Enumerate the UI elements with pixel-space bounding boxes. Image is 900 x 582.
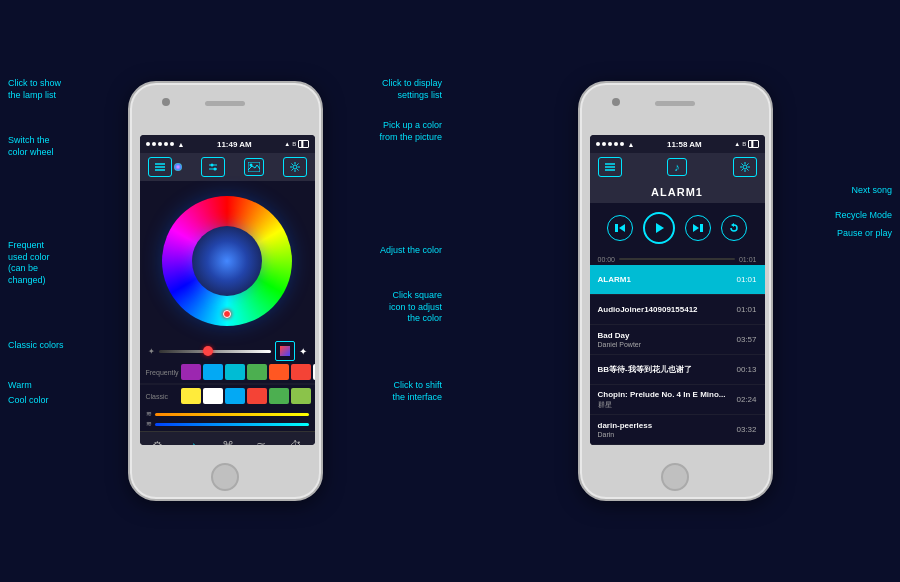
svg-point-8: [249, 164, 252, 167]
annotation-adjust-color: Adjust the color: [380, 245, 442, 257]
annotation-shift: Click to shiftthe interface: [392, 380, 442, 403]
annotation-frequent: Frequentused color(can bechanged): [8, 240, 50, 287]
song-info-5: darin-peerless Darin: [598, 421, 653, 438]
song-item-2[interactable]: Bad Day Daniel Powter 03:57: [590, 325, 765, 355]
rwifi-icon: ▲: [628, 141, 635, 148]
rdot5: [620, 142, 624, 146]
swatch-red[interactable]: [291, 364, 311, 380]
bt-icon: B: [292, 141, 296, 147]
settings-button-left[interactable]: [283, 157, 307, 177]
home-button-right[interactable]: [661, 463, 689, 491]
right-panel: Previous song Next song Recycle Mode Pau…: [450, 0, 900, 582]
status-time-right: 11:58 AM: [667, 140, 702, 149]
annotation-lamp-list: Click to showthe lamp list: [8, 78, 61, 101]
next-button[interactable]: [685, 215, 711, 241]
rdot4: [614, 142, 618, 146]
play-button[interactable]: [643, 212, 675, 244]
brightness-slider-area: ✦ ✦: [140, 341, 315, 361]
status-icons-left: ▲ B ▌: [284, 140, 308, 148]
song-item-4[interactable]: Chopin: Prelude No. 4 In E Mino... 群星 02…: [590, 385, 765, 415]
temp-sliders: ≋ ≋: [140, 407, 315, 431]
svg-marker-16: [656, 223, 664, 233]
time-bar: 00:00 01:01: [590, 253, 765, 265]
phone-speaker-left: [205, 101, 245, 106]
nav-timing[interactable]: ⏱ Timing: [287, 439, 305, 445]
classic-lime[interactable]: [291, 388, 311, 404]
svg-rect-15: [615, 224, 618, 232]
wifi-status: ▲: [284, 141, 290, 147]
nav-style[interactable]: ⌘ Style: [221, 439, 234, 445]
phone-speaker-right: [655, 101, 695, 106]
track-title: ALARM1: [590, 181, 765, 203]
home-button-left[interactable]: [211, 463, 239, 491]
classic-green[interactable]: [269, 388, 289, 404]
svg-point-13: [743, 165, 747, 169]
phone-camera-left: [162, 98, 170, 106]
settings-button-right[interactable]: [733, 157, 757, 177]
swatch-blue[interactable]: [203, 364, 223, 380]
right-phone: ▲ 11:58 AM ▲ B ▌ ♪: [578, 81, 773, 501]
svg-marker-14: [619, 224, 625, 232]
annotation-classic: Classic colors: [8, 340, 64, 352]
classic-red[interactable]: [247, 388, 267, 404]
brightness-slider[interactable]: [159, 350, 271, 353]
cool-label: ≋: [146, 420, 152, 428]
dot3: [158, 142, 162, 146]
rwifi-status: ▲: [734, 141, 740, 147]
dot1: [146, 142, 150, 146]
classic-colors-section: Classic: [140, 385, 315, 407]
classic-label: Classic: [146, 393, 178, 400]
song-item-0[interactable]: ALARM1 01:01: [590, 265, 765, 295]
song-info-1: AudioJoiner140909155412: [598, 305, 698, 314]
warm-slider[interactable]: [155, 413, 309, 416]
image-button[interactable]: [244, 158, 264, 176]
nav-tape[interactable]: ≋ Tape: [254, 439, 267, 445]
classic-blue[interactable]: [225, 388, 245, 404]
swatch-green[interactable]: [247, 364, 267, 380]
annotation-pick-color: Pick up a colorfrom the picture: [379, 120, 442, 143]
toolbar-right: ♪: [590, 153, 765, 181]
recycle-button[interactable]: [721, 215, 747, 241]
classic-yellow[interactable]: [181, 388, 201, 404]
swatch-purple[interactable]: [181, 364, 201, 380]
status-bar-right: ▲ 11:58 AM ▲ B ▌: [590, 135, 765, 153]
swatch-cyan[interactable]: [225, 364, 245, 380]
rbattery-icon: ▌: [748, 140, 758, 148]
song-item-1[interactable]: AudioJoiner140909155412 01:01: [590, 295, 765, 325]
list-button[interactable]: [148, 157, 172, 177]
cool-slider[interactable]: [155, 423, 309, 426]
slider-thumb: [203, 346, 213, 356]
swatch-white[interactable]: [313, 364, 315, 380]
annotation-square-icon: Click squareicon to adjustthe color: [389, 290, 442, 325]
song-item-3[interactable]: BB等待-我等到花儿也谢了 00:13: [590, 355, 765, 385]
swatch-orange[interactable]: [269, 364, 289, 380]
adjust-button[interactable]: [201, 157, 225, 177]
svg-point-6: [213, 168, 216, 171]
left-phone: ▲ 11:49 AM ▲ B ▌: [128, 81, 323, 501]
color-wheel-area: [140, 181, 315, 341]
progress-track[interactable]: [619, 258, 735, 260]
total-time: 01:01: [739, 256, 757, 263]
dot5: [170, 142, 174, 146]
wifi-icon: ▲: [178, 141, 185, 148]
star-dim-icon: ✦: [148, 347, 155, 356]
status-icons-right: ▲ B ▌: [734, 140, 758, 148]
color-square-icon: [280, 346, 290, 356]
dot2: [152, 142, 156, 146]
annotation-recycle: Recycle Mode: [835, 210, 892, 222]
song-item-5[interactable]: darin-peerless Darin 03:32: [590, 415, 765, 445]
rdot3: [608, 142, 612, 146]
nav-adjust[interactable]: ⚙ Adjust: [149, 439, 166, 445]
prev-button[interactable]: [607, 215, 633, 241]
star-bright-icon: ✦: [299, 346, 307, 357]
rdot1: [596, 142, 600, 146]
signal-dots-right: ▲: [596, 141, 635, 148]
color-wheel[interactable]: [162, 196, 292, 326]
nav-music[interactable]: ♪ Music: [186, 439, 202, 445]
color-adjust-square[interactable]: [275, 341, 295, 361]
classic-white[interactable]: [203, 388, 223, 404]
player-controls: [590, 203, 765, 253]
list-button-right[interactable]: [598, 157, 622, 177]
music-icon-btn[interactable]: ♪: [667, 158, 687, 176]
color-wheel-small[interactable]: [174, 163, 182, 171]
